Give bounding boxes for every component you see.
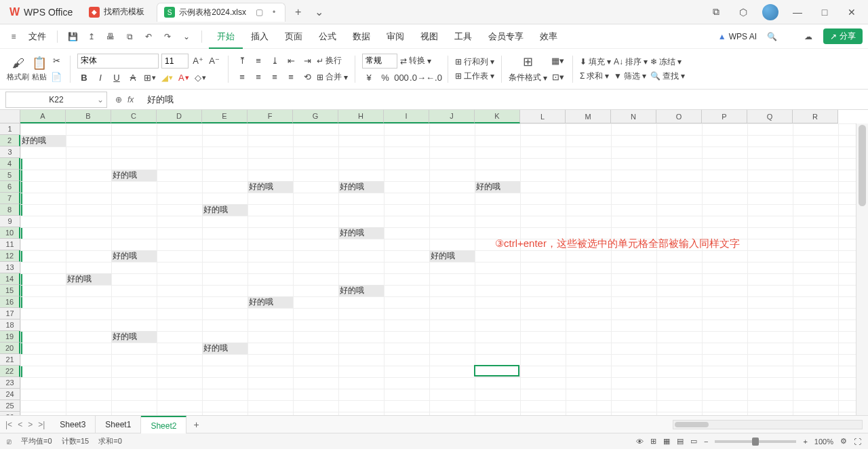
font-name-select[interactable] xyxy=(77,54,159,69)
tab-dot-icon[interactable]: • xyxy=(273,7,275,17)
select-all-corner[interactable] xyxy=(0,110,20,123)
tab-current-file[interactable]: S 示例表格2024.xlsx ▢ • xyxy=(157,3,285,22)
spreadsheet-grid[interactable]: ABCDEFGHIJKLMNOPQR 123456789101112131415… xyxy=(0,110,868,415)
wrap-text-button[interactable]: ↵ 换行 xyxy=(317,55,342,66)
row-header[interactable]: 10 xyxy=(0,227,20,239)
tab-templates[interactable]: ◆ 找稻壳模板 xyxy=(82,3,154,22)
add-sheet-button[interactable]: + xyxy=(186,419,205,430)
new-tab-button[interactable]: + xyxy=(288,6,308,18)
column-header[interactable]: C xyxy=(111,110,157,123)
cell[interactable]: 好的哦 xyxy=(475,366,520,377)
avatar[interactable] xyxy=(762,4,778,20)
rows-cols-button[interactable]: ⊞ 行和列 ▾ xyxy=(455,56,494,68)
cell[interactable]: 好的哦 xyxy=(20,135,66,147)
percent-icon[interactable]: % xyxy=(378,71,392,85)
column-header[interactable]: G xyxy=(293,110,338,123)
row-header[interactable]: 3 xyxy=(0,147,20,158)
sheet-tab[interactable]: Sheet1 xyxy=(96,416,141,433)
name-box[interactable]: K22 ⌄ xyxy=(5,92,107,108)
orientation-icon[interactable]: ⟲ xyxy=(300,71,314,84)
strikethrough-button[interactable]: A xyxy=(126,71,140,85)
table-icon[interactable]: ⊞ xyxy=(523,54,533,69)
normal-view-icon[interactable]: ▦ xyxy=(663,437,670,446)
fx-icon[interactable]: fx xyxy=(127,95,134,104)
column-header[interactable]: P xyxy=(702,110,747,123)
align-bottom-icon[interactable]: ⤓ xyxy=(268,54,281,68)
increase-decimal-icon[interactable]: .0→ xyxy=(411,71,425,85)
tab-pin-icon[interactable]: ▢ xyxy=(256,7,263,17)
print-icon[interactable]: 🖶 xyxy=(102,28,119,45)
prev-sheet-icon[interactable]: < xyxy=(18,420,22,429)
number-format-select[interactable] xyxy=(362,54,397,69)
align-right-icon[interactable]: ≡ xyxy=(268,71,281,84)
maximize-button[interactable]: □ xyxy=(816,7,833,18)
column-header[interactable]: F xyxy=(248,110,293,123)
sort-button[interactable]: A↓ 排序 ▾ xyxy=(614,56,648,68)
vertical-scrollbar[interactable] xyxy=(856,123,868,415)
menu-tab-页面[interactable]: 页面 xyxy=(277,24,311,49)
border-button[interactable]: ⊞▾ xyxy=(142,71,157,85)
align-center-icon[interactable]: ≡ xyxy=(252,71,265,84)
decrease-decimal-icon[interactable]: ←.0 xyxy=(427,71,441,85)
row-header[interactable]: 23 xyxy=(0,377,20,389)
column-header[interactable]: B xyxy=(66,110,111,123)
find-button[interactable]: 🔍 查找 ▾ xyxy=(650,71,685,82)
cell[interactable]: 好的哦 xyxy=(338,181,384,193)
row-header[interactable]: 11 xyxy=(0,239,20,250)
row-header[interactable]: 20 xyxy=(0,343,20,354)
font-size-select[interactable] xyxy=(161,54,189,69)
cell[interactable]: 好的哦 xyxy=(338,285,384,296)
worksheet-button[interactable]: ⊞ 工作表 ▾ xyxy=(455,71,494,82)
first-sheet-icon[interactable]: |< xyxy=(5,420,12,429)
menu-tab-插入[interactable]: 插入 xyxy=(243,24,277,49)
row-header[interactable]: 26 xyxy=(0,412,20,415)
fill-color-button[interactable]: ◢▾ xyxy=(160,71,174,85)
row-header[interactable]: 5 xyxy=(0,170,20,181)
align-left-icon[interactable]: ≡ xyxy=(235,71,249,84)
menu-tab-效率[interactable]: 效率 xyxy=(532,24,566,49)
align-middle-icon[interactable]: ≡ xyxy=(252,54,265,68)
italic-button[interactable]: I xyxy=(94,71,107,85)
row-header[interactable]: 18 xyxy=(0,319,20,331)
zoom-in-icon[interactable]: + xyxy=(803,438,807,446)
export-icon[interactable]: ↥ xyxy=(83,28,100,45)
search-icon[interactable]: 🔍 xyxy=(764,28,780,45)
filter-button[interactable]: ▼ 筛选 ▾ xyxy=(614,71,648,82)
row-header[interactable]: 13 xyxy=(0,262,20,273)
column-header[interactable]: N xyxy=(611,110,656,123)
row-header[interactable]: 4 xyxy=(0,158,20,170)
cell[interactable]: 好的哦 xyxy=(66,273,111,285)
row-header[interactable]: 8 xyxy=(0,204,20,216)
row-header[interactable]: 15 xyxy=(0,285,20,296)
menu-tab-公式[interactable]: 公式 xyxy=(311,24,344,49)
cell[interactable]: 好的哦 xyxy=(202,204,248,216)
record-icon[interactable]: ⎚ xyxy=(7,438,12,446)
cell[interactable]: 好的哦 xyxy=(248,296,293,308)
cell[interactable]: 好的哦 xyxy=(111,331,157,343)
row-header[interactable]: 25 xyxy=(0,400,20,412)
zoom-slider[interactable] xyxy=(715,440,796,443)
paste-button[interactable]: 📋 粘贴 xyxy=(32,56,47,82)
sheet-tab[interactable]: Sheet2 xyxy=(141,416,186,433)
column-header[interactable]: D xyxy=(157,110,202,123)
horizontal-scrollbar[interactable] xyxy=(673,420,863,429)
align-justify-icon[interactable]: ≡ xyxy=(284,71,298,84)
page-view-icon[interactable]: ▤ xyxy=(677,437,684,446)
multi-window-icon[interactable]: ⧉ xyxy=(708,6,724,18)
align-top-icon[interactable]: ⤒ xyxy=(235,54,249,68)
row-header[interactable]: 9 xyxy=(0,216,20,227)
preview-icon[interactable]: ⧉ xyxy=(121,28,138,45)
sum-button[interactable]: Σ 求和 ▾ xyxy=(580,71,611,82)
menu-tab-审阅[interactable]: 审阅 xyxy=(378,24,412,49)
cell[interactable]: 好的哦 xyxy=(111,250,157,262)
formula-input[interactable]: 好的哦 xyxy=(142,94,868,106)
scrollbar-thumb[interactable] xyxy=(859,125,866,206)
fill-button[interactable]: ⬇ 填充 ▾ xyxy=(580,56,611,68)
reading-view-icon[interactable]: ▭ xyxy=(690,437,697,446)
zoom-level[interactable]: 100% xyxy=(814,438,833,446)
wps-ai-button[interactable]: ▲ WPS AI xyxy=(718,32,757,41)
font-color-button[interactable]: A▾ xyxy=(177,71,191,85)
freeze-button[interactable]: ❄ 冻结 ▾ xyxy=(650,56,685,68)
decrease-font-icon[interactable]: A⁻ xyxy=(208,54,221,68)
convert-button[interactable]: ⇄ 转换 ▾ xyxy=(400,55,431,66)
